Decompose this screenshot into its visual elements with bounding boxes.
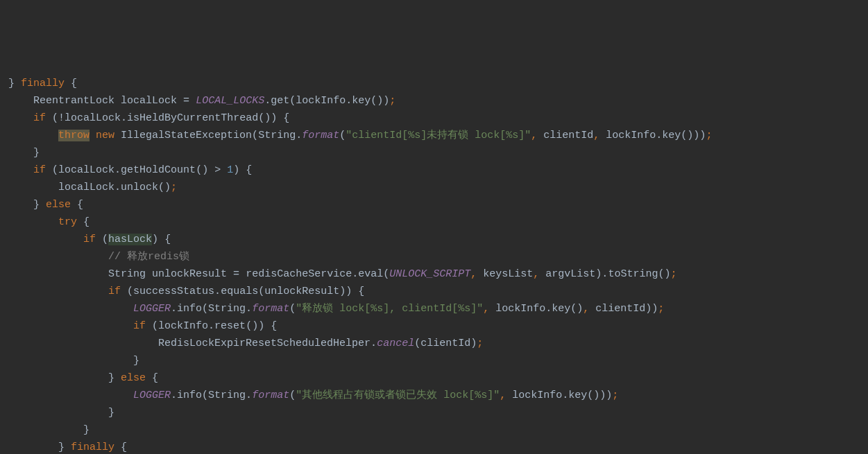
code-line: try { bbox=[8, 216, 90, 228]
variable-highlight: hasLock bbox=[108, 234, 152, 245]
code-line: throw new IllegalStateException(String.f… bbox=[8, 130, 712, 141]
code-editor[interactable]: } finally { ReentrantLock localLock = LO… bbox=[8, 75, 860, 454]
code-line: } bbox=[8, 147, 40, 159]
code-line: RedisLockExpirResetScheduledHelper.cance… bbox=[8, 338, 483, 349]
code-line: } bbox=[8, 424, 90, 436]
code-line: if (!localLock.isHeldByCurrentThread()) … bbox=[8, 112, 289, 124]
code-line: } finally { bbox=[8, 442, 127, 453]
code-line: if (lockInfo.reset()) { bbox=[8, 320, 277, 332]
code-line: } else { bbox=[8, 199, 83, 211]
code-line: // 释放redis锁 bbox=[8, 251, 189, 263]
code-line: LOGGER.info(String.format("释放锁 lock[%s],… bbox=[8, 303, 664, 315]
code-line: localLock.unlock(); bbox=[8, 182, 177, 193]
throw-keyword-highlight: throw bbox=[58, 130, 90, 141]
code-line: String unlockResult = redisCacheService.… bbox=[8, 268, 676, 280]
code-line: } bbox=[8, 407, 114, 419]
code-line: } bbox=[8, 355, 139, 367]
code-line: } else { bbox=[8, 372, 158, 384]
code-line: if (hasLock) { bbox=[8, 234, 171, 245]
code-line: ReentrantLock localLock = LOCAL_LOCKS.ge… bbox=[8, 95, 395, 107]
code-line: } finally { bbox=[8, 78, 77, 89]
code-line: if (successStatus.equals(unlockResult)) … bbox=[8, 286, 364, 297]
code-line: LOGGER.info(String.format("其他线程占有锁或者锁已失效… bbox=[8, 390, 618, 401]
code-line: if (localLock.getHoldCount() > 1) { bbox=[8, 164, 252, 176]
